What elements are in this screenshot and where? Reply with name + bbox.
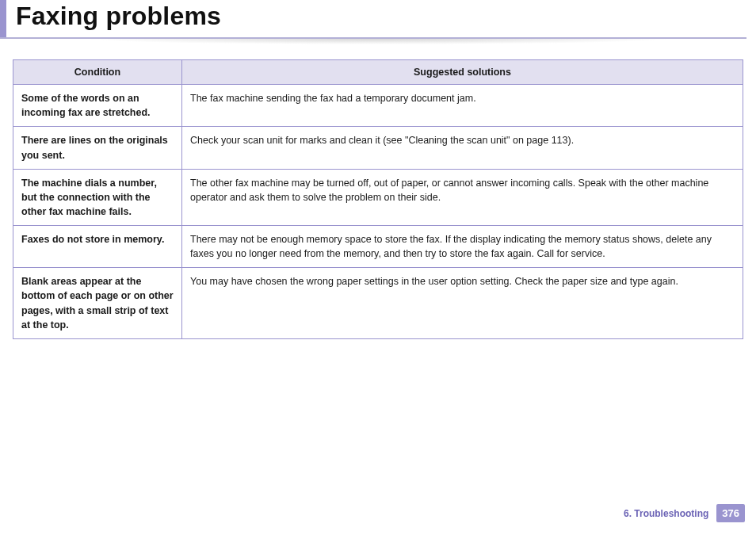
title-shadow <box>32 39 724 52</box>
col-solutions: Suggested solutions <box>182 60 743 85</box>
table-row: The machine dials a number, but the conn… <box>13 169 743 225</box>
cell-solution: You may have chosen the wrong paper sett… <box>182 268 743 339</box>
cell-solution: There may not be enough memory space to … <box>182 226 743 268</box>
cell-solution: The other fax machine may be turned off,… <box>182 169 743 225</box>
cell-condition: Some of the words on an incoming fax are… <box>13 85 182 127</box>
cell-condition: There are lines on the originals you sen… <box>13 127 182 169</box>
col-condition: Condition <box>13 60 182 85</box>
title-bar: Faxing problems <box>0 0 746 39</box>
troubleshooting-table: Condition Suggested solutions Some of th… <box>13 59 743 339</box>
cell-solution: Check your scan unit for marks and clean… <box>182 127 743 169</box>
cell-condition: Faxes do not store in memory. <box>13 226 182 268</box>
table-row: Some of the words on an incoming fax are… <box>13 85 743 127</box>
table-row: Blank areas appear at the bottom of each… <box>13 268 743 339</box>
table-row: Faxes do not store in memory. There may … <box>13 226 743 268</box>
cell-solution: The fax machine sending the fax had a te… <box>182 85 743 127</box>
cell-condition: The machine dials a number, but the conn… <box>13 169 182 225</box>
chapter-label: 6. Troubleshooting <box>624 508 708 519</box>
page-footer: 6. Troubleshooting 376 <box>624 504 745 522</box>
table-header-row: Condition Suggested solutions <box>13 60 743 85</box>
page-number: 376 <box>716 504 745 522</box>
page-title: Faxing problems <box>16 2 746 31</box>
cell-condition: Blank areas appear at the bottom of each… <box>13 268 182 339</box>
table-row: There are lines on the originals you sen… <box>13 127 743 169</box>
